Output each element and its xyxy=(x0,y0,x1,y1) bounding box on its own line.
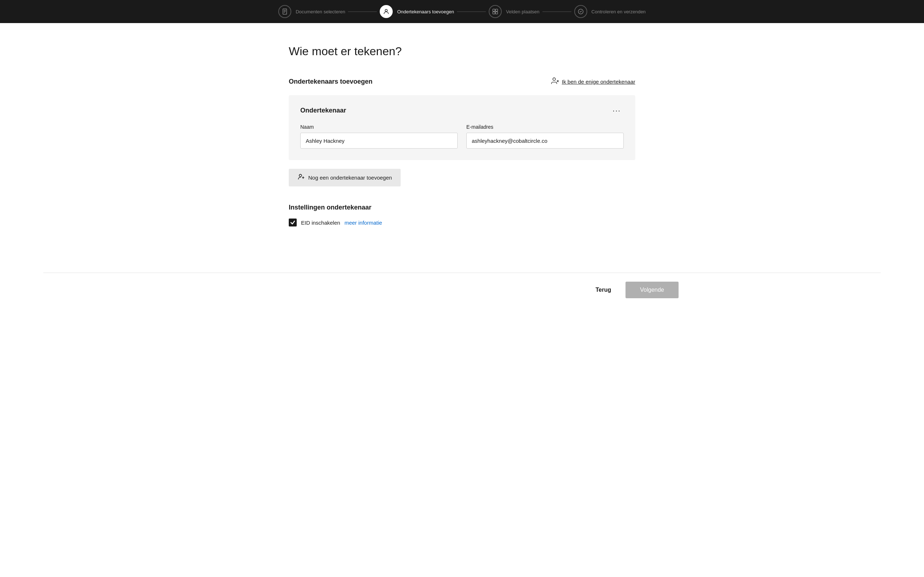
controleren-icon xyxy=(574,5,587,18)
signer-form-row: Naam E-mailadres xyxy=(300,124,624,148)
nav-step-controleren[interactable]: Controleren en verzenden xyxy=(574,5,646,18)
more-options-icon: ··· xyxy=(612,106,621,114)
email-label: E-mailadres xyxy=(466,124,624,130)
sole-signer-label: Ik ben de enige ondertekenaar xyxy=(562,79,636,85)
email-form-group: E-mailadres xyxy=(466,124,624,148)
svg-point-11 xyxy=(299,174,302,177)
name-label: Naam xyxy=(300,124,458,130)
signer-more-options-button[interactable]: ··· xyxy=(610,105,624,115)
signer-card: Ondertekenaar ··· Naam E-mailadres xyxy=(289,95,635,160)
nav-step-documenten[interactable]: Documenten selecteren xyxy=(278,5,345,18)
settings-section: Instellingen ondertekenaar EID inschakel… xyxy=(289,204,635,226)
name-input[interactable] xyxy=(300,133,458,148)
ondertekenaars-icon xyxy=(380,5,393,18)
nav-step-controleren-label: Controleren en verzenden xyxy=(591,9,646,15)
nav-step-ondertekenaars[interactable]: Ondertekenaars toevoegen xyxy=(380,5,454,18)
page-title: Wie moet er tekenen? xyxy=(289,45,635,58)
signers-section-title: Ondertekenaars toevoegen xyxy=(289,78,373,85)
eid-checkbox-label[interactable]: EID inschakelen xyxy=(289,219,340,226)
settings-title: Instellingen ondertekenaar xyxy=(289,204,635,211)
signers-section-header: Ondertekenaars toevoegen Ik ben de enige… xyxy=(289,76,635,88)
add-signer-label: Nog een ondertekenaar toevoegen xyxy=(308,174,392,181)
nav-connector-2 xyxy=(457,11,486,12)
eid-label-text: EID inschakelen xyxy=(301,220,340,226)
nav-connector-3 xyxy=(543,11,571,12)
signer-card-title: Ondertekenaar xyxy=(300,107,346,114)
sole-signer-button[interactable]: Ik ben de enige ondertekenaar xyxy=(551,76,636,88)
email-input[interactable] xyxy=(466,133,624,148)
top-navigation: Documenten selecteren Ondertekenaars toe… xyxy=(0,0,924,23)
documenten-icon xyxy=(278,5,291,18)
svg-point-10 xyxy=(552,78,555,81)
add-signer-icon xyxy=(297,173,305,182)
sole-signer-icon xyxy=(551,77,559,87)
more-info-link[interactable]: meer informatie xyxy=(344,220,382,226)
svg-rect-7 xyxy=(493,12,495,14)
velden-icon xyxy=(489,5,502,18)
next-button[interactable]: Volgende xyxy=(625,282,678,298)
main-content: Wie moet er tekenen? Ondertekenaars toev… xyxy=(246,23,678,272)
nav-step-documenten-label: Documenten selecteren xyxy=(296,9,345,15)
signer-card-header: Ondertekenaar ··· xyxy=(300,105,624,115)
footer-actions: Terug Volgende xyxy=(202,273,722,307)
svg-rect-5 xyxy=(493,9,495,11)
eid-checkbox-row: EID inschakelen meer informatie xyxy=(289,219,635,226)
svg-rect-8 xyxy=(496,12,498,14)
nav-step-ondertekenaars-label: Ondertekenaars toevoegen xyxy=(397,9,454,15)
svg-point-4 xyxy=(385,10,387,11)
add-signer-button[interactable]: Nog een ondertekenaar toevoegen xyxy=(289,169,401,187)
nav-connector-1 xyxy=(348,11,377,12)
nav-step-velden[interactable]: Velden plaatsen xyxy=(489,5,540,18)
nav-step-velden-label: Velden plaatsen xyxy=(506,9,540,15)
back-button[interactable]: Terug xyxy=(590,282,617,298)
svg-rect-6 xyxy=(496,9,498,11)
name-form-group: Naam xyxy=(300,124,458,148)
eid-checkbox[interactable] xyxy=(289,219,297,226)
